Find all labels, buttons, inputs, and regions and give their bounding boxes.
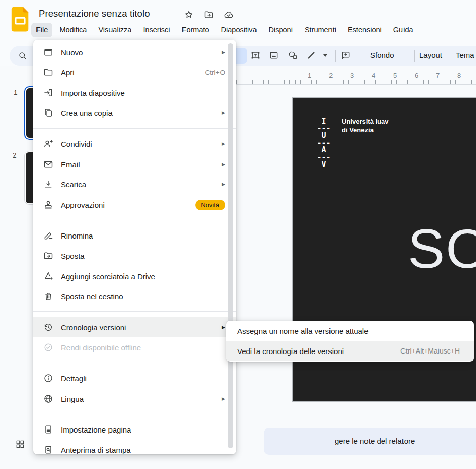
submenu-arrow-icon	[222, 162, 225, 167]
menu-item-crea-una-copia[interactable]: Crea una copia	[33, 103, 236, 123]
slide-title-text: SOU	[408, 221, 476, 277]
menu-divider	[33, 220, 236, 220]
menu-bar: File Modifica Visualizza Inserisci Forma…	[31, 23, 418, 37]
move-folder-icon[interactable]	[204, 10, 214, 20]
insert-line-icon[interactable]	[306, 50, 316, 60]
toolbar-separator	[361, 50, 361, 62]
line-dropdown-caret-icon[interactable]	[323, 54, 327, 57]
language-globe-icon	[43, 394, 53, 404]
iuav-logo-letters: I --- U --- A --- V	[315, 118, 333, 168]
menu-item-apri[interactable]: Apri Ctrl+O	[33, 62, 236, 83]
submenu-arrow-icon	[222, 50, 225, 55]
menu-item-scarica[interactable]: Scarica	[33, 174, 236, 194]
menu-item-nuovo[interactable]: Nuovo	[33, 42, 236, 62]
menu-item-lingua[interactable]: Lingua	[33, 388, 236, 409]
toolbar-separator	[335, 50, 336, 62]
layout-button[interactable]: Layout	[419, 51, 442, 59]
menubar-diapositiva[interactable]: Diapositiva	[216, 23, 262, 37]
menubar-strumenti[interactable]: Strumenti	[300, 23, 341, 37]
grid-view-icon[interactable]	[15, 439, 25, 449]
rename-pencil-icon	[43, 230, 53, 241]
menu-item-sposta-nel-cestino[interactable]: Sposta nel cestino	[33, 286, 236, 306]
ruler-number: 3	[350, 72, 354, 80]
ruler-number: 6	[415, 72, 418, 80]
menubar-formato[interactable]: Formato	[177, 23, 214, 37]
menu-item-condividi[interactable]: Condividi	[33, 134, 236, 154]
ruler-baseline	[236, 84, 476, 85]
speaker-notes-panel[interactable]: gere le note del relatore	[264, 428, 476, 455]
speaker-notes-placeholder: gere le note del relatore	[335, 437, 415, 445]
new-feature-badge: Novità	[195, 200, 225, 210]
print-preview-icon	[43, 445, 53, 454]
submenu-item-assegna-nome[interactable]: Assegna un nome alla versione attuale	[226, 321, 474, 341]
file-menu: Nuovo Apri Ctrl+O Importa diapositive Cr…	[33, 40, 236, 454]
menu-item-cronologia-versioni[interactable]: Cronologia versioni	[33, 317, 236, 337]
submenu-arrow-icon	[222, 110, 225, 115]
menu-item-dettagli[interactable]: Dettagli	[33, 368, 236, 388]
insert-image-icon[interactable]	[269, 50, 279, 60]
menu-item-impostazione-pagina[interactable]: Impostazione pagina	[33, 419, 236, 440]
move-folder-icon	[43, 251, 53, 261]
menubar-file[interactable]: File	[31, 23, 52, 37]
slides-logo-icon[interactable]	[11, 6, 30, 32]
search-icon[interactable]	[18, 51, 28, 61]
menubar-visualizza[interactable]: Visualizza	[94, 23, 136, 37]
version-history-icon	[43, 322, 53, 332]
ruler-number: 4	[372, 72, 375, 80]
menu-item-anteprima-di-stampa[interactable]: Anteprima di stampa	[33, 440, 236, 454]
ruler-ticks	[236, 80, 476, 84]
menubar-guida[interactable]: Guida	[389, 23, 418, 37]
ruler-number: 8	[457, 72, 461, 80]
menu-scrollbar[interactable]	[228, 43, 233, 448]
approvals-stamp-icon	[43, 200, 53, 210]
menu-item-aggiungi-scorciatoia[interactable]: Aggiungi scorciatoia a Drive	[33, 266, 236, 286]
details-info-icon	[43, 373, 53, 383]
star-icon[interactable]	[184, 10, 194, 20]
university-name: Università Iuav di Venezia	[342, 118, 389, 134]
shortcut-label: Ctrl+O	[205, 69, 225, 76]
version-history-submenu: Assegna un nome alla versione attuale Ve…	[226, 321, 474, 362]
add-comment-icon[interactable]	[341, 50, 351, 60]
trash-icon	[43, 291, 53, 301]
import-slides-icon	[43, 88, 53, 98]
menubar-inserisci[interactable]: Inserisci	[138, 23, 174, 37]
menu-item-sposta[interactable]: Sposta	[33, 246, 236, 266]
ruler-number: 1	[308, 72, 311, 80]
new-document-icon	[43, 47, 53, 57]
menubar-disponi[interactable]: Disponi	[264, 23, 298, 37]
menubar-modifica[interactable]: Modifica	[55, 23, 91, 37]
submenu-item-vedi-cronologia[interactable]: Vedi la cronologia delle versioni Ctrl+A…	[226, 341, 474, 361]
cloud-saved-icon[interactable]	[224, 10, 234, 20]
submenu-arrow-icon	[222, 141, 225, 146]
ruler-number: 2	[329, 72, 333, 80]
menu-item-rinomina[interactable]: Rinomina	[33, 225, 236, 246]
submenu-arrow-icon	[222, 396, 225, 401]
toolbar-separator	[414, 50, 415, 62]
ruler-number: 7	[436, 72, 440, 80]
submenu-arrow-icon	[222, 325, 225, 330]
offline-check-icon	[43, 342, 53, 353]
menu-divider	[33, 128, 236, 129]
insert-shape-icon[interactable]	[288, 50, 298, 60]
ruler-number: 5	[393, 72, 397, 80]
text-box-icon[interactable]	[250, 50, 261, 60]
document-title[interactable]: Presentazione senza titolo	[39, 8, 150, 19]
copy-icon	[43, 108, 53, 118]
email-icon	[43, 159, 53, 169]
menu-item-approvazioni[interactable]: Approvazioni Novità	[33, 194, 236, 215]
background-button[interactable]: Sfondo	[370, 51, 394, 59]
download-icon	[43, 179, 53, 189]
menu-item-rendi-disponibile-offline: Rendi disponibile offline	[33, 337, 236, 358]
slide-1-number: 1	[14, 89, 18, 96]
menu-item-importa-diapositive[interactable]: Importa diapositive	[33, 83, 236, 103]
drive-shortcut-icon	[43, 271, 53, 281]
submenu-arrow-icon	[222, 182, 225, 187]
toolbar-separator	[450, 50, 450, 62]
open-folder-icon	[43, 67, 53, 77]
menubar-estensioni[interactable]: Estensioni	[343, 23, 386, 37]
shortcut-label: Ctrl+Alt+Maiusc+H	[400, 347, 460, 355]
theme-button[interactable]: Tema	[456, 51, 474, 59]
menu-divider	[33, 363, 236, 363]
menu-divider	[33, 311, 236, 312]
menu-item-email[interactable]: Email	[33, 154, 236, 174]
